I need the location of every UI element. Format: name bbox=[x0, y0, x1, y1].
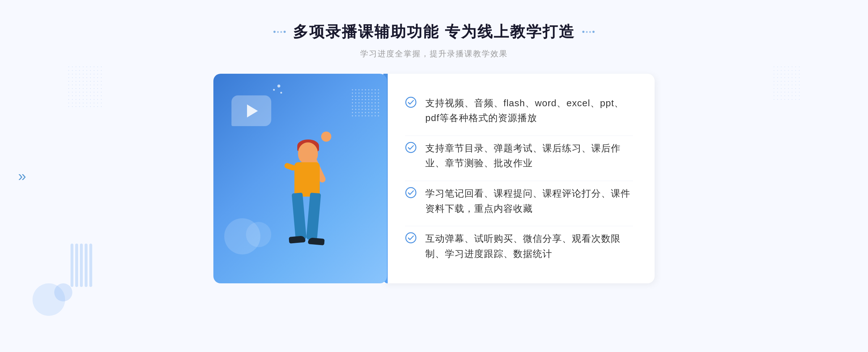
title-decorator-left bbox=[273, 31, 286, 33]
stripe-4 bbox=[85, 244, 88, 287]
char-shoe-right bbox=[308, 237, 324, 245]
character-illustration bbox=[255, 117, 356, 283]
play-icon bbox=[247, 104, 258, 117]
char-head bbox=[298, 142, 318, 164]
stripe-1 bbox=[71, 244, 73, 287]
feature-item-4: 互动弹幕、试听购买、微信分享、观看次数限制、学习进度跟踪、数据统计 bbox=[405, 226, 633, 266]
svg-point-0 bbox=[406, 97, 416, 107]
check-icon-2 bbox=[405, 142, 417, 153]
sparkle-dot-2 bbox=[277, 85, 280, 87]
feature-text-1: 支持视频、音频、flash、word、excel、ppt、pdf等各种格式的资源… bbox=[425, 96, 633, 126]
feature-item-1: 支持视频、音频、flash、word、excel、ppt、pdf等各种格式的资源… bbox=[405, 91, 633, 131]
feature-item-3: 学习笔记回看、课程提问、课程评论打分、课件资料下载，重点内容收藏 bbox=[405, 181, 633, 221]
header-section: 多项录播课辅助功能 专为线上教学打造 学习进度全掌握，提升录播课教学效果 bbox=[273, 22, 595, 59]
image-card bbox=[213, 74, 387, 283]
svg-point-2 bbox=[406, 188, 416, 198]
svg-point-1 bbox=[406, 142, 416, 153]
sparkle-dot-1 bbox=[273, 89, 275, 91]
check-icon-3 bbox=[405, 187, 417, 198]
svg-point-3 bbox=[406, 233, 416, 243]
feature-text-2: 支持章节目录、弹题考试、课后练习、课后作业、章节测验、批改作业 bbox=[425, 141, 633, 171]
left-chevrons: » bbox=[18, 169, 26, 183]
main-content: 支持视频、音频、flash、word、excel、ppt、pdf等各种格式的资源… bbox=[181, 74, 687, 283]
char-body bbox=[294, 162, 320, 197]
check-icon-4 bbox=[405, 232, 417, 244]
dot-3 bbox=[280, 31, 282, 33]
card-dots bbox=[351, 88, 380, 117]
char-arm-left bbox=[284, 162, 296, 171]
stripe-5 bbox=[89, 244, 92, 287]
dot-4 bbox=[284, 31, 286, 33]
page-title: 多项录播课辅助功能 专为线上教学打造 bbox=[293, 22, 575, 42]
feature-text-4: 互动弹幕、试听购买、微信分享、观看次数限制、学习进度跟踪、数据统计 bbox=[425, 231, 633, 261]
deco-circle-small bbox=[54, 283, 72, 301]
char-hand bbox=[321, 132, 331, 142]
title-row: 多项录播课辅助功能 专为线上教学打造 bbox=[273, 22, 595, 42]
dot-1 bbox=[273, 31, 276, 33]
card-circle-medium bbox=[246, 222, 271, 247]
feature-text-3: 学习笔记回看、课程提问、课程评论打分、课件资料下载，重点内容收藏 bbox=[425, 186, 633, 216]
page-container: » 多项录播课辅助功能 专为线上教学打造 bbox=[0, 0, 868, 352]
dot-2 bbox=[277, 31, 279, 33]
sparkle-dot-3 bbox=[280, 92, 282, 94]
dot-5 bbox=[582, 31, 584, 33]
title-decorator-right bbox=[582, 31, 595, 33]
decorative-dots-right bbox=[772, 65, 801, 101]
char-leg-left bbox=[292, 193, 306, 240]
decorative-stripes bbox=[71, 244, 92, 287]
stripe-2 bbox=[75, 244, 78, 287]
page-subtitle: 学习进度全掌握，提升录播课教学效果 bbox=[273, 48, 595, 59]
char-shoe-left bbox=[289, 236, 305, 244]
dot-8 bbox=[592, 31, 595, 33]
right-panel: 支持视频、音频、flash、word、excel、ppt、pdf等各种格式的资源… bbox=[383, 74, 655, 283]
dot-7 bbox=[589, 31, 591, 33]
check-icon-1 bbox=[405, 96, 417, 108]
decorative-dots-left bbox=[67, 65, 103, 108]
chevron-icon: » bbox=[18, 169, 26, 183]
char-leg-right bbox=[306, 193, 321, 240]
feature-item-2: 支持章节目录、弹题考试、课后练习、课后作业、章节测验、批改作业 bbox=[405, 136, 633, 176]
stripe-3 bbox=[80, 244, 83, 287]
dot-6 bbox=[586, 31, 588, 33]
